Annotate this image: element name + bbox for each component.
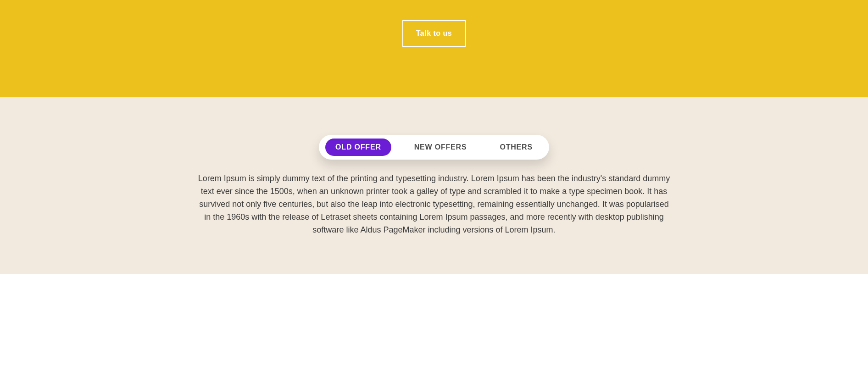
white-section [0, 274, 868, 366]
offers-tabs: OLD OFFER NEW OFFERS OTHERS [319, 135, 549, 160]
tab-others[interactable]: OTHERS [490, 139, 542, 156]
hero-section: Talk to us [0, 0, 868, 97]
tab-old-offer[interactable]: OLD OFFER [325, 139, 391, 156]
offers-section: OLD OFFER NEW OFFERS OTHERS Lorem Ipsum … [0, 97, 868, 274]
tab-content-text: Lorem Ipsum is simply dummy text of the … [189, 172, 679, 236]
tab-new-offers[interactable]: NEW OFFERS [404, 139, 477, 156]
talk-to-us-button[interactable]: Talk to us [402, 20, 466, 47]
